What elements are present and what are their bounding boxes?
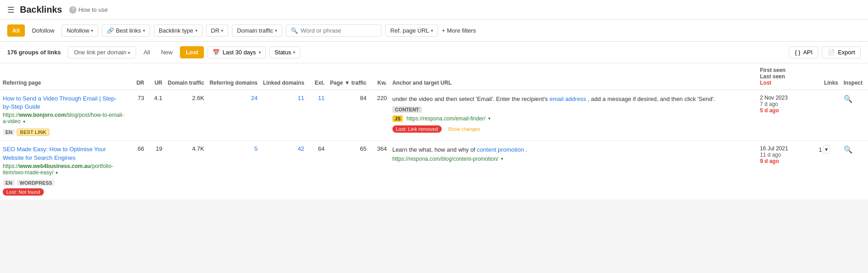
backlink-type-chevron: ▾: [195, 28, 198, 33]
col-header-dr[interactable]: DR: [127, 63, 147, 90]
one-link-chevron: ▾: [128, 50, 130, 55]
filter-bar: All Dofollow Nofollow ▾ 🔗 Best links ▾ B…: [0, 20, 868, 42]
inspect-cell-1: 🔍: [841, 90, 868, 141]
search-box[interactable]: 🔍: [286, 24, 382, 37]
ref-page-title-2[interactable]: SEO Made Easy: How to Optimise Your Webs…: [3, 145, 124, 162]
show-changes-link-1[interactable]: · Show changes: [445, 126, 480, 132]
filter-dofollow-btn[interactable]: Dofollow: [28, 25, 58, 36]
dr-cell-2: 66: [127, 141, 147, 200]
ur-cell-2: 19: [147, 141, 165, 200]
domain-traffic-label: Domain traffic: [237, 27, 273, 34]
linked-domains-cell-1: 11: [260, 90, 307, 141]
tab-all-btn[interactable]: All: [140, 47, 153, 58]
anchor-cell-2: Learn the what, how and why of content p…: [390, 141, 757, 200]
more-filters-btn[interactable]: + More filters: [442, 27, 476, 34]
url-domain-1[interactable]: www.bonjoro.com: [19, 112, 66, 118]
filter-ref-page-url-btn[interactable]: Ref. page URL ▾: [385, 24, 438, 37]
last-seen-label: Last seen: [760, 73, 813, 80]
first-seen-date-2: 16 Jul 2021: [760, 145, 813, 152]
col-header-links: Links: [816, 63, 841, 90]
lost-ago-1: 5 d ago: [760, 107, 813, 114]
inspect-icon-1[interactable]: 🔍: [844, 95, 853, 103]
table-header-row: Referring page DR UR Domain traffic Refe…: [0, 63, 868, 90]
col-header-referring-domains[interactable]: Referring domains: [207, 63, 260, 90]
filter-dr-btn[interactable]: DR ▾: [206, 24, 229, 37]
filter-backlink-type-btn[interactable]: Backlink type ▾: [154, 24, 203, 37]
search-input[interactable]: [301, 27, 377, 34]
target-url-dropdown-1[interactable]: ▾: [488, 116, 491, 121]
links-value-2: 1 ▾: [819, 145, 838, 153]
dr-label: DR: [211, 27, 220, 34]
url-prefix-2: https://: [3, 163, 19, 169]
domain-traffic-cell-1: 2.6K: [165, 90, 207, 141]
filter-domain-traffic-btn[interactable]: Domain traffic ▾: [232, 24, 282, 37]
lost-status-badge-1: Lost: Link removed: [392, 125, 442, 133]
badge-wordpress-2: WORDPRESS: [17, 180, 55, 186]
domain-traffic-chevron: ▾: [275, 28, 277, 33]
last-seen-ago-2: 11 d ago: [760, 152, 813, 158]
lost-col-label: Lost: [760, 80, 813, 86]
referring-page-cell-1: How to Send a Video Through Email | Step…: [0, 90, 127, 141]
target-url-dropdown-2[interactable]: ▾: [501, 156, 503, 161]
backlinks-table: Referring page DR UR Domain traffic Refe…: [0, 63, 868, 200]
tab-new-btn[interactable]: New: [157, 47, 176, 58]
page-traffic-label: Page ▼ traffic: [330, 80, 367, 86]
target-url-1[interactable]: https://respona.com/email-finder/: [406, 115, 486, 122]
url-dropdown-icon-2[interactable]: ▾: [56, 170, 58, 175]
page-traffic-cell-1: 84: [327, 90, 369, 141]
col-header-ext[interactable]: Ext.: [307, 63, 327, 90]
url-dropdown-icon-1[interactable]: ▾: [23, 119, 25, 124]
referring-domains-cell-1: 24: [207, 90, 260, 141]
status-btn[interactable]: Status ▾: [269, 46, 300, 58]
js-badge-1: JS: [392, 115, 403, 122]
col-header-domain-traffic[interactable]: Domain traffic: [165, 63, 207, 90]
api-btn[interactable]: { } API: [789, 46, 818, 58]
table-controls-bar: 176 groups of links One link per domain …: [0, 42, 868, 63]
help-link[interactable]: ? How to use: [69, 6, 108, 14]
date-range-btn[interactable]: 📅 Last 30 days ▾: [208, 46, 266, 58]
groups-count: 176 groups of links: [7, 49, 61, 56]
best-links-chevron: ▾: [143, 28, 145, 33]
ref-page-title-1[interactable]: How to Send a Video Through Email | Step…: [3, 95, 124, 111]
page-title: Backlinks: [20, 5, 62, 15]
col-header-linked-domains[interactable]: Linked domains: [260, 63, 307, 90]
top-bar: ☰ Backlinks ? How to use: [0, 0, 868, 20]
tab-lost-btn[interactable]: Lost: [180, 46, 204, 58]
help-text: How to use: [78, 6, 108, 13]
anchor-link-2[interactable]: content promotion: [477, 146, 524, 153]
calendar-icon: 📅: [212, 49, 220, 56]
dates-cell-2: 16 Jul 2021 11 d ago 9 d ago: [757, 141, 816, 200]
url-domain-2[interactable]: www.web4business.com.au: [19, 163, 90, 169]
filter-best-links-btn[interactable]: 🔗 Best links ▾: [102, 24, 150, 37]
links-dropdown-2[interactable]: ▾: [823, 145, 830, 153]
dr-cell-1: 73: [127, 90, 147, 141]
first-seen-date-1: 2 Nov 2023: [760, 95, 813, 101]
kw-cell-1: 220: [369, 90, 390, 141]
ref-page-url-chevron: ▾: [431, 28, 433, 33]
export-btn[interactable]: 📄 Export: [822, 46, 861, 58]
col-header-dates: First seen Last seen Lost: [757, 63, 816, 90]
linked-domains-cell-2: 42: [260, 141, 307, 200]
one-link-per-domain-btn[interactable]: One link per domain ▾: [68, 46, 136, 58]
anchor-link-1[interactable]: email address: [549, 96, 586, 102]
links-number-2: 1: [819, 146, 822, 153]
badge-en-2: EN: [3, 180, 15, 186]
col-header-page-traffic[interactable]: Page ▼ traffic: [327, 63, 369, 90]
filter-nofollow-btn[interactable]: Nofollow ▾: [61, 24, 98, 37]
menu-icon[interactable]: ☰: [7, 5, 14, 15]
col-header-kw[interactable]: Kw.: [369, 63, 390, 90]
help-icon: ?: [69, 6, 76, 14]
col-header-ur[interactable]: UR: [147, 63, 165, 90]
link-icon: 🔗: [107, 27, 114, 34]
backlink-type-label: Backlink type: [159, 27, 193, 34]
kw-cell-2: 364: [369, 141, 390, 200]
col-header-anchor: Anchor and target URL: [390, 63, 757, 90]
page-traffic-cell-2: 65: [327, 141, 369, 200]
filter-all-btn[interactable]: All: [7, 24, 25, 37]
inspect-icon-2[interactable]: 🔍: [844, 146, 853, 153]
domain-traffic-cell-2: 4.7K: [165, 141, 207, 200]
url-prefix-1: https://: [3, 112, 19, 118]
dr-chevron: ▾: [221, 28, 223, 33]
target-url-2[interactable]: https://respona.com/blog/content-promoti…: [392, 156, 499, 162]
ext-cell-2: 64: [307, 141, 327, 200]
